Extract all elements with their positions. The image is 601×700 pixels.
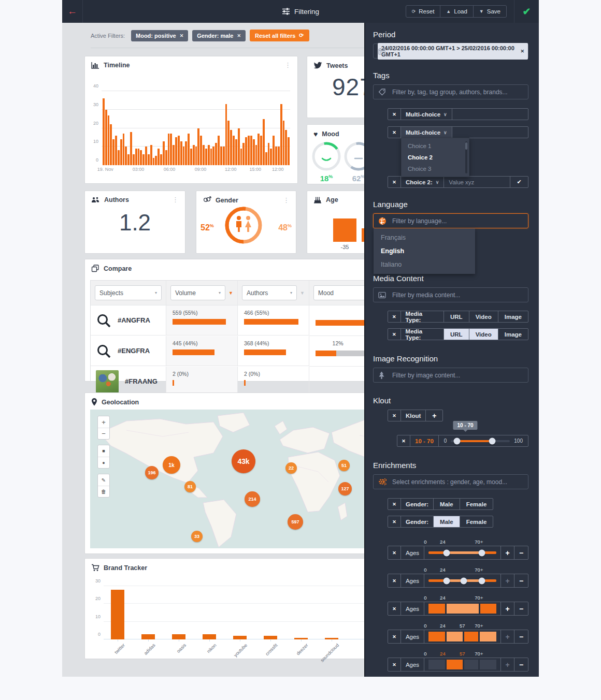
timeline-bar[interactable]	[233, 136, 235, 165]
age-segment[interactable]	[428, 604, 445, 614]
timeline-bar[interactable]	[273, 136, 275, 165]
sort-icon[interactable]: ▼	[300, 290, 305, 296]
period-input[interactable]: 24/02/2016 00:00:00 GMT+1 > 25/02/2016 0…	[373, 43, 528, 59]
remove-rule-button[interactable]: ✕	[388, 499, 401, 509]
timeline-bar[interactable]	[158, 149, 160, 165]
age-segment[interactable]	[480, 660, 496, 669]
timeline-bar[interactable]	[155, 156, 157, 165]
remove-range-button[interactable]: −	[514, 630, 528, 643]
slider-handle[interactable]	[479, 577, 485, 584]
edit-icon[interactable]: ✎	[98, 474, 109, 486]
slider-handle[interactable]	[461, 577, 467, 584]
circle-select-button[interactable]: ●	[98, 457, 109, 468]
close-icon[interactable]: ✕	[237, 33, 241, 38]
timeline-bar[interactable]	[242, 143, 245, 165]
timeline-bar[interactable]	[197, 128, 199, 165]
timeline-bar[interactable]	[168, 134, 170, 165]
remove-rule-button[interactable]: ✕	[388, 658, 401, 671]
choice2-dropdown[interactable]: Choice 2:∨	[401, 177, 444, 187]
timeline-bar[interactable]	[218, 136, 220, 165]
timeline-bar[interactable]	[150, 145, 152, 165]
zoom-out-button[interactable]: −	[98, 428, 109, 439]
timeline-bar[interactable]	[125, 147, 127, 165]
column-select-volume[interactable]: Volume▾	[170, 285, 225, 300]
timeline-bar[interactable]	[188, 134, 190, 165]
age-segment[interactable]	[480, 632, 496, 641]
ages-slider[interactable]	[424, 574, 501, 587]
timeline-bar[interactable]	[193, 145, 195, 165]
toggle-button-female[interactable]: Female	[460, 516, 493, 527]
age-segment[interactable]	[480, 604, 496, 614]
close-icon[interactable]: ✕	[180, 33, 184, 38]
zoom-in-button[interactable]: +	[98, 416, 109, 428]
timeline-bar[interactable]	[178, 136, 180, 165]
age-segment[interactable]	[428, 632, 445, 641]
timeline-bar[interactable]	[288, 137, 290, 165]
remove-rule-button[interactable]: ✕	[388, 602, 401, 615]
map-marker-81[interactable]: 81	[184, 481, 196, 492]
reset-button[interactable]: ⟳Reset	[406, 6, 440, 17]
map-marker-22[interactable]: 22	[285, 462, 297, 474]
timeline-bar[interactable]	[230, 130, 232, 165]
timeline-bar[interactable]	[283, 121, 285, 165]
subject-name[interactable]: #FRAANG	[125, 377, 158, 385]
timeline-bar[interactable]	[263, 119, 265, 165]
enrichments-input[interactable]	[391, 478, 528, 486]
save-button[interactable]: ▼Save	[473, 6, 506, 17]
toggle-button-male[interactable]: Male	[434, 516, 460, 527]
add-range-button[interactable]: +	[501, 602, 514, 615]
brand-bar-twitter[interactable]	[111, 590, 124, 639]
remove-range-button[interactable]: −	[514, 602, 528, 615]
toggle-button-video[interactable]: Video	[469, 311, 498, 322]
timeline-bar[interactable]	[280, 104, 282, 165]
timeline-bar[interactable]	[203, 145, 205, 165]
filter-chip-gender[interactable]: Gender: male✕	[192, 30, 246, 41]
ages-slider[interactable]	[424, 546, 501, 559]
map-marker-43k[interactable]: 43k	[232, 449, 255, 473]
timeline-bar[interactable]	[140, 150, 142, 165]
timeline-bar[interactable]	[255, 145, 257, 165]
rectangle-select-button[interactable]: ■	[98, 445, 109, 457]
slider-handle[interactable]	[443, 549, 450, 556]
timeline-bar[interactable]	[142, 154, 145, 165]
add-range-button[interactable]: +	[501, 546, 514, 559]
remove-rule-button[interactable]: ✕	[388, 630, 401, 643]
timeline-bar[interactable]	[190, 149, 192, 165]
age-segment[interactable]	[447, 632, 463, 641]
toggle-button-url[interactable]: URL	[444, 311, 469, 322]
timeline-bar[interactable]	[195, 147, 197, 165]
map-marker-127[interactable]: 127	[338, 482, 352, 495]
timeline-bar[interactable]	[123, 134, 125, 165]
timeline-bar[interactable]	[250, 136, 252, 165]
timeline-bar[interactable]	[275, 147, 277, 165]
slider-handle-low[interactable]	[453, 438, 460, 444]
age-segment[interactable]	[464, 660, 478, 669]
map-marker-1k[interactable]: 1k	[163, 456, 180, 474]
timeline-bar[interactable]	[200, 136, 202, 165]
confirm-value-button[interactable]: ✔	[510, 177, 528, 187]
timeline-bar[interactable]	[270, 149, 272, 165]
timeline-bar[interactable]	[108, 115, 110, 165]
timeline-bar[interactable]	[170, 134, 172, 165]
ages-slider[interactable]	[424, 658, 501, 671]
card-menu-button[interactable]: ⋮	[172, 197, 179, 202]
timeline-bar[interactable]	[268, 143, 270, 165]
timeline-bar[interactable]	[220, 147, 222, 165]
image-recognition-input[interactable]	[391, 371, 528, 380]
dropdown-option[interactable]: Choice 3	[402, 163, 469, 174]
timeline-bar[interactable]	[165, 150, 167, 165]
map-marker-214[interactable]: 214	[245, 491, 260, 507]
toggle-button-url[interactable]: URL	[444, 329, 469, 340]
multi-choice-dropdown-open[interactable]: Multi-choice∨	[401, 127, 452, 138]
timeline-bar[interactable]	[265, 152, 267, 165]
timeline-bar[interactable]	[235, 139, 237, 165]
language-search-input[interactable]	[391, 217, 528, 225]
ages-slider[interactable]	[424, 630, 501, 643]
timeline-bar[interactable]	[248, 136, 250, 165]
remove-rule-button[interactable]: ✕	[388, 127, 401, 138]
timeline-bar[interactable]	[130, 132, 132, 165]
subject-name[interactable]: #ANGFRA	[118, 316, 150, 324]
timeline-bar[interactable]	[163, 141, 165, 165]
remove-range-button[interactable]: −	[514, 574, 528, 587]
multi-choice-dropdown[interactable]: Multi-choice∨	[401, 109, 452, 120]
